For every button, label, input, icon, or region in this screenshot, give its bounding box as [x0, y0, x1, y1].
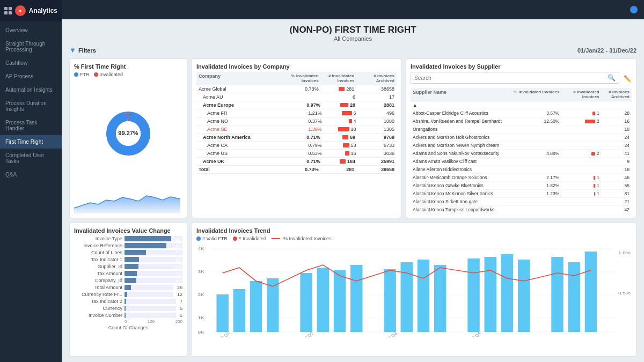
- value-change-bar-row: Tax Amount 43: [74, 271, 182, 276]
- supplier-table-row: Alastair&Kenon Gawke Bluetronics 1.82% 1…: [411, 182, 632, 190]
- svg-rect-30: [518, 260, 530, 332]
- company-table-body: Acme Global 0.73% 281 38658 Acme AU 6 17…: [196, 85, 397, 213]
- sidebar-item-qa[interactable]: Q&A: [0, 168, 62, 181]
- bar-bg: 48: [125, 264, 182, 269]
- value-change-chart: Invoice Type 162 Invoice Reference 145 C…: [74, 236, 182, 318]
- sidebar-item-task-handler[interactable]: Process Task Handler: [0, 116, 62, 135]
- svg-rect-26: [434, 265, 446, 332]
- svg-rect-21: [334, 270, 346, 332]
- supplier-count-header: # Invalidated Invoices: [560, 90, 599, 99]
- company-table-row: Acme Europe 0.97% 28 2881: [196, 101, 397, 109]
- legend-ftr: FTR: [74, 72, 90, 77]
- sidebar-item-process-duration[interactable]: Process Duration Insights: [0, 97, 62, 116]
- sidebar-item-cashflow[interactable]: Cashflow: [0, 56, 62, 70]
- legend-invalidated: Invalidated: [94, 72, 123, 77]
- trend-dot-inv: [233, 237, 237, 241]
- sidebar-item-automation[interactable]: Automation Insights: [0, 83, 62, 97]
- svg-rect-19: [300, 273, 312, 332]
- page-subtitle: All Companies: [69, 35, 636, 42]
- svg-rect-33: [585, 252, 597, 332]
- bar-bg: [125, 306, 176, 311]
- company-table-row: Acme Global 0.73% 281 38658: [196, 85, 397, 93]
- supplier-table-row: Abbot-Casper Eldridge Cliff Acoustics 3.…: [411, 109, 632, 117]
- ftr-panel: % First Time Right FTR Invalidated: [69, 58, 187, 218]
- supplier-search-box[interactable]: 🔍: [411, 72, 619, 84]
- search-input[interactable]: [414, 75, 608, 81]
- svg-rect-27: [467, 258, 479, 332]
- company-table-row: Total 0.73% 281 38658: [196, 166, 397, 174]
- bar-bg: 40: [125, 278, 182, 283]
- trend-legend-inv: # Invalidated: [233, 236, 266, 241]
- bottom-panels-row: Invalidated Invoices Value Change Invoic…: [69, 223, 636, 357]
- sidebar-item-ap-process[interactable]: AP Process: [0, 70, 62, 83]
- trend-panel-title: Invalidated Invoices Trend: [196, 227, 632, 234]
- supplier-name-header: Supplier Name: [413, 90, 510, 99]
- svg-rect-25: [418, 260, 429, 332]
- topbar: [62, 0, 644, 19]
- trend-panel: Invalidated Invoices Trend # Valid FTR #…: [192, 223, 636, 357]
- svg-text:0K: 0K: [197, 330, 204, 335]
- svg-rect-31: [551, 257, 563, 332]
- svg-text:Dec: Dec: [516, 337, 525, 337]
- sidebar-header: ● Analytics: [0, 0, 62, 21]
- supplier-table-row: ▲: [411, 101, 632, 109]
- svg-text:Nov: Nov: [499, 337, 509, 337]
- filter-label[interactable]: ▼ Filters: [69, 46, 96, 54]
- value-change-bar-row: Invoice Type 162: [74, 236, 182, 241]
- legend-ftr-dot: [74, 72, 78, 77]
- x-axis: 0 100 200: [74, 319, 182, 324]
- trend-legend-pct: % Invalidated Invoices: [272, 236, 332, 241]
- trend-legend: # Valid FTR # Invalidated % Invalidated …: [196, 236, 632, 241]
- bar-fill: [125, 299, 126, 304]
- value-change-bar-row: Currency 5: [74, 306, 182, 311]
- date-range: 01/Jan/22 - 31/Dec/22: [577, 47, 636, 54]
- trend-chart-container: 4K 3K 2K 1K 0K 1.0% 0.5%: [196, 243, 632, 337]
- supplier-table-row: Orangations 18: [411, 125, 632, 134]
- bar-bg: 162: [125, 236, 182, 241]
- bar-fill: [125, 278, 136, 283]
- filter-icon: ▼: [69, 46, 76, 54]
- trend-chart-svg: 4K 3K 2K 1K 0K 1.0% 0.5%: [196, 243, 632, 337]
- supplier-table-row: Adams and Sons Yakunikov Vortexsecurity …: [411, 150, 632, 158]
- bar-fill: [125, 292, 127, 297]
- svg-text:2022 Q2: 2022 Q2: [298, 331, 314, 337]
- bar-fill: [125, 236, 171, 241]
- svg-text:Mar: Mar: [265, 337, 274, 337]
- supplier-table-row: Alastair&Kenon Tompkiss Leopardworks 42: [411, 206, 632, 213]
- sidebar-item-overview[interactable]: Overview: [0, 24, 62, 37]
- supplier-table-row: Alastair&Kenon McKinnon Silver tronics 1…: [411, 190, 632, 198]
- value-change-bar-row: Company_Id 40: [74, 278, 182, 283]
- svg-rect-17: [250, 281, 262, 332]
- trend-dot-ftr: [196, 237, 201, 241]
- svg-text:2K: 2K: [197, 292, 204, 297]
- svg-rect-23: [384, 269, 396, 332]
- supplier-table-row: Ackers and Morrison Holt Ghostronics 24: [411, 134, 632, 142]
- ftr-panel-title: % First Time Right: [74, 63, 182, 70]
- supplier-panel-title: Invalidated Invoices by Supplier: [411, 63, 632, 70]
- value-change-title: Invalidated Invoices Value Change: [74, 227, 182, 234]
- edit-icon[interactable]: ✏️: [624, 75, 632, 83]
- company-table-row: Acme North America 0.71% 69 9769: [196, 134, 397, 142]
- company-col-header: Company: [199, 73, 274, 83]
- svg-rect-16: [233, 289, 245, 332]
- svg-text:1.0%: 1.0%: [618, 250, 631, 255]
- company-table-header: Company % Invalidated Invoices # Invalid…: [196, 72, 397, 85]
- company-table-row: Acme FR 1.21% 6 496: [196, 109, 397, 117]
- sidebar-item-stp[interactable]: Straight Through Processing: [0, 37, 62, 56]
- bar-fill: [125, 271, 137, 276]
- bar-fill: [125, 250, 146, 255]
- company-table-row: Acme UK 0.71% 184 25991: [196, 158, 397, 166]
- company-panel: Invalidated Invoices by Company Company …: [192, 58, 401, 218]
- search-section: 🔍 ✏️: [411, 72, 632, 86]
- company-table-row: Acme SE 1.38% 18 1305: [196, 125, 397, 134]
- sidebar-item-completed-tasks[interactable]: Completed User Tasks: [0, 149, 62, 168]
- value-change-bar-row: Invoice Number 5: [74, 313, 182, 318]
- supplier-table-row: Alastair-Menicomb Orange Solutions 2.17%…: [411, 174, 632, 182]
- supplier-table-row: Abshire, VonRueden and Rempel Bernhardt …: [411, 117, 632, 125]
- bar-bg: 50: [125, 257, 182, 262]
- supplier-table-body[interactable]: ▲ Abbot-Casper Eldridge Cliff Acoustics …: [411, 101, 632, 213]
- supplier-archived-header: # Invoices Archived: [601, 90, 630, 99]
- sidebar-item-ftr[interactable]: First Time Right: [0, 135, 62, 149]
- search-icon[interactable]: 🔍: [608, 74, 616, 82]
- donut-chart: 99.27%: [74, 79, 182, 187]
